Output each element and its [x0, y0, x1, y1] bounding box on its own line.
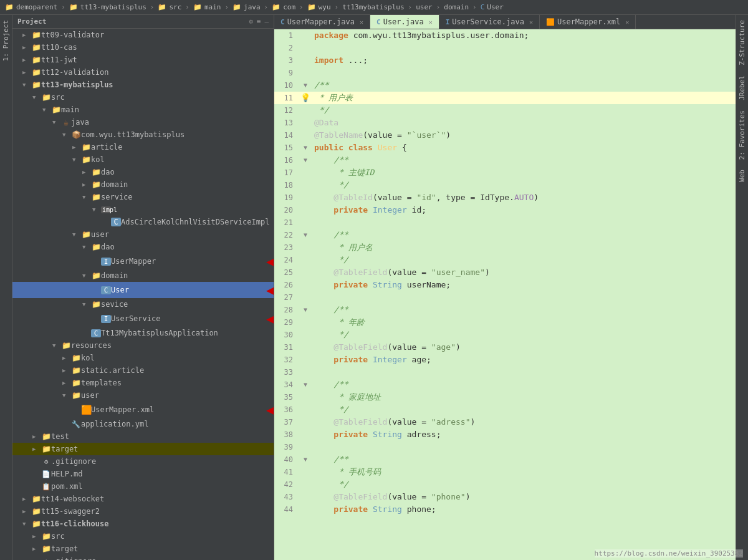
sidebar-item-article[interactable]: ▶ 📁 article [12, 141, 274, 153]
sidebar-item-kol[interactable]: ▼ 📁 kol [12, 153, 274, 166]
code-editor[interactable]: 1 package com.wyu.tt13mybatisplus.user.d… [274, 29, 736, 560]
close-tab-active-icon[interactable]: ✕ [429, 19, 433, 26]
tab-usermapper-java[interactable]: C UserMapper.java ✕ [274, 15, 370, 29]
tab-userservice-java[interactable]: I UserService.java ✕ [439, 15, 540, 29]
close-tab-xml-icon[interactable]: ✕ [625, 19, 629, 26]
sidebar-item-kol-domain[interactable]: ▶ 📁 domain [12, 178, 274, 191]
jrebel-side-tab[interactable]: JRebel [737, 70, 747, 105]
sidebar-item-tt16-src[interactable]: ▶ 📁 src [12, 530, 274, 543]
code-line-17: 17 * 主键ID [274, 167, 736, 179]
tab-usermapper-xml[interactable]: 🟧 UserMapper.xml ✕ [540, 15, 636, 29]
sidebar-item-static-article[interactable]: ▶ 📁 static.article [12, 364, 274, 377]
watermark: https://blog.csdn.ne/weixin_39025382 [595, 549, 743, 558]
breadcrumb-tt13mb[interactable]: tt13mybatisplus [342, 3, 404, 11]
code-line-31: 31 @TableField(value = "age") [274, 341, 736, 354]
sidebar-item-package[interactable]: ▼ 📦 com.wyu.tt13mybatisplus [12, 128, 274, 141]
breadcrumb-wyu[interactable]: wyu [319, 3, 331, 11]
code-line-11: 11 💡 * 用户表 [274, 92, 736, 104]
breadcrumb-domain[interactable]: domain [444, 3, 469, 11]
sidebar-item-user-class[interactable]: C User ◀ [12, 282, 274, 298]
settings-icon[interactable]: ≡ [257, 17, 261, 26]
breadcrumb-file-icon: C [481, 3, 485, 11]
code-line-25: 25 @TableField(value = "user_name") [274, 266, 736, 279]
code-line-1: 1 package com.wyu.tt13mybatisplus.user.d… [274, 29, 736, 42]
sidebar-item-usermapper-xml[interactable]: 🟧 UserMapper.xml ◀ [12, 402, 274, 418]
sidebar-item-tt12[interactable]: ▶ 📁 tt12-validation [12, 66, 274, 79]
sidebar-item-tt14[interactable]: ▶ 📁 tt14-websocket [12, 493, 274, 505]
breadcrumb-bar: 📁 demoparent › 📁 tt13-mybatisplus › 📁 sr… [0, 0, 748, 15]
sidebar-item-userservice[interactable]: I UserService ◀ [12, 311, 274, 327]
editor-panel: C UserMapper.java ✕ C User.java ✕ I User… [274, 15, 736, 560]
code-line-38: 38 private String adress; [274, 428, 736, 441]
breadcrumb-user[interactable]: user [416, 3, 433, 11]
structure-side-tab[interactable]: Z-Structure [737, 15, 747, 70]
code-line-28: 28 ▼ /** [274, 304, 736, 316]
sidebar-item-kol-dao[interactable]: ▶ 📁 dao [12, 166, 274, 178]
sidebar-item-kol-service[interactable]: ▼ 📁 service [12, 191, 274, 203]
sidebar-item-user-sevice[interactable]: ▼ 📁 sevice [12, 298, 274, 311]
project-side-tab[interactable]: 1: Project [1, 15, 11, 66]
code-line-21: 21 [274, 216, 736, 229]
sidebar-item-tt16-gitignore[interactable]: ⚙ .gitignore [12, 555, 274, 560]
sidebar-item-pomxml[interactable]: 📋 pom.xml [12, 480, 274, 493]
favorites-side-tab[interactable]: 2: Favorites [737, 105, 747, 165]
web-side-tab[interactable]: Web [737, 165, 747, 187]
breadcrumb-main[interactable]: main [204, 3, 221, 11]
code-line-3: 3 import ...; [274, 54, 736, 67]
breadcrumb-folder-icon2: 📁 [158, 3, 166, 11]
close-tab-service-icon[interactable]: ✕ [529, 19, 533, 26]
breadcrumb-com[interactable]: com [283, 3, 295, 11]
code-line-41: 41 * 手机号码 [274, 466, 736, 478]
sidebar-item-templates[interactable]: ▶ 📁 templates [12, 377, 274, 389]
sidebar-item-gitignore[interactable]: ⚙ .gitignore [12, 455, 274, 468]
breadcrumb-demoparent[interactable]: demoparent [16, 3, 57, 11]
code-line-15: 15 ▼ public class User { [274, 142, 736, 154]
breadcrumb-folder-icon6: 📁 [307, 3, 316, 11]
sidebar-item-res-user[interactable]: ▼ 📁 user [12, 389, 274, 402]
sidebar-item-user-domain[interactable]: ▼ 📁 domain [12, 269, 274, 282]
sidebar-item-tt13[interactable]: ▼ 📁 tt13-mybatisplus [12, 79, 274, 91]
breadcrumb-java[interactable]: java [244, 3, 261, 11]
sidebar-item-src[interactable]: ▼ 📁 src [12, 91, 274, 104]
sidebar-item-usermapper[interactable]: I UserMapper ◀ [12, 253, 274, 269]
project-tree-icons: ⚙ ≡ — [249, 17, 269, 26]
code-line-9: 9 [274, 67, 736, 79]
code-line-29: 29 * 年龄 [274, 316, 736, 329]
sidebar-item-application-yml[interactable]: 🔧 application.yml [12, 418, 274, 430]
breadcrumb-user-class[interactable]: User [487, 3, 504, 11]
code-line-16: 16 ▼ /** [274, 154, 736, 167]
sidebar-item-tt16[interactable]: ▼ 📁 tt16-clickhouse [12, 518, 274, 530]
code-line-23: 23 * 用户名 [274, 241, 736, 254]
sidebar-item-ads-service-impl[interactable]: C AdsCircleKolChnlVisitDServiceImpl [12, 216, 274, 228]
sidebar-item-java[interactable]: ▼ ☕ java [12, 116, 274, 128]
sidebar-item-test[interactable]: ▶ 📁 test [12, 430, 274, 443]
sidebar-item-tt10[interactable]: ▶ 📁 tt10-cas [12, 41, 274, 54]
sidebar-item-res-kol[interactable]: ▶ 📁 kol [12, 352, 274, 364]
gear-icon[interactable]: ⚙ [249, 17, 253, 26]
minimize-icon[interactable]: — [264, 17, 269, 26]
sidebar-item-tt16-target[interactable]: ▶ 📁 target [12, 543, 274, 555]
sidebar-item-tt11[interactable]: ▶ 📁 tt11-jwt [12, 54, 274, 66]
sidebar-item-user-dao[interactable]: ▼ 📁 dao [12, 241, 274, 253]
code-line-14: 14 @TableName(value = "`user`") [274, 129, 736, 142]
sidebar-item-impl[interactable]: ▼ impl [12, 203, 274, 216]
code-line-20: 20 private Integer id; [274, 204, 736, 216]
code-line-35: 35 * 家庭地址 [274, 391, 736, 403]
tab-user-java[interactable]: C User.java ✕ [370, 15, 439, 29]
sidebar-item-tt15[interactable]: ▶ 📁 tt15-swagger2 [12, 505, 274, 518]
breadcrumb-src[interactable]: src [169, 3, 181, 11]
sidebar-item-user[interactable]: ▼ 📁 user [12, 228, 274, 241]
left-side-panel: 1: Project [0, 15, 12, 560]
sidebar-item-tt09[interactable]: ▶ 📁 tt09-validator [12, 29, 274, 41]
sidebar-item-helpmd[interactable]: 📄 HELP.md [12, 468, 274, 480]
sidebar-item-resources[interactable]: ▼ 📁 resources [12, 339, 274, 352]
code-line-10: 10 ▼ /** [274, 79, 736, 92]
code-line-27: 27 [274, 291, 736, 304]
project-tree: ▶ 📁 tt09-validator ▶ 📁 tt10-cas ▶ 📁 tt11… [12, 29, 274, 560]
close-tab-icon[interactable]: ✕ [360, 19, 363, 26]
lightbulb-icon[interactable]: 💡 [300, 92, 310, 104]
sidebar-item-target[interactable]: ▶ 📁 target [12, 443, 274, 455]
sidebar-item-main[interactable]: ▼ 📁 main [12, 104, 274, 116]
sidebar-item-app[interactable]: C Tt13MybatisplusApplication [12, 327, 274, 339]
breadcrumb-tt13[interactable]: tt13-mybatisplus [80, 3, 146, 11]
